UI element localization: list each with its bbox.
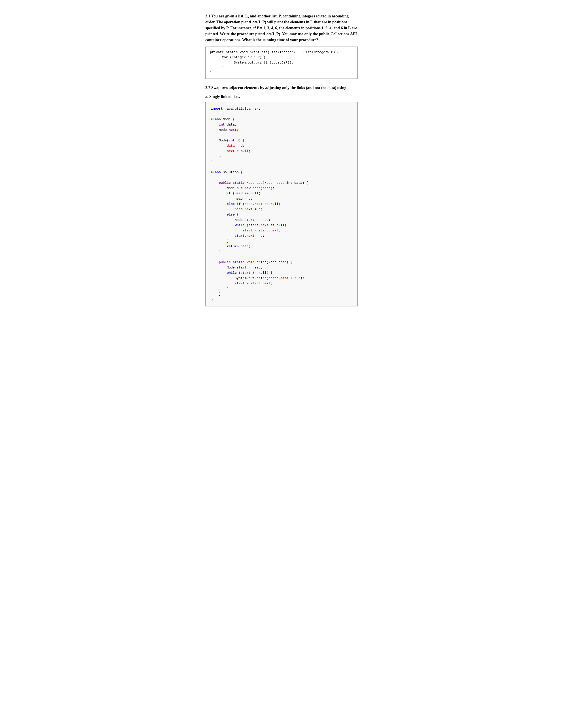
code-block-singly-linked: import java.util.Scanner; class Node { i… bbox=[205, 102, 358, 306]
question-3-2-text: 3.2 Swap two adjacent elements by adjust… bbox=[205, 85, 358, 91]
question-3-1: 3.1 You are given a list, L, and another… bbox=[205, 13, 358, 79]
sub-question-a: a. Singly linked lists. bbox=[205, 94, 358, 99]
question-3-2: 3.2 Swap two adjacent elements by adjust… bbox=[205, 85, 358, 306]
question-3-1-text: 3.1 You are given a list, L, and another… bbox=[205, 13, 358, 43]
code-block-printlots: private static void printLots(List<Integ… bbox=[205, 47, 358, 79]
